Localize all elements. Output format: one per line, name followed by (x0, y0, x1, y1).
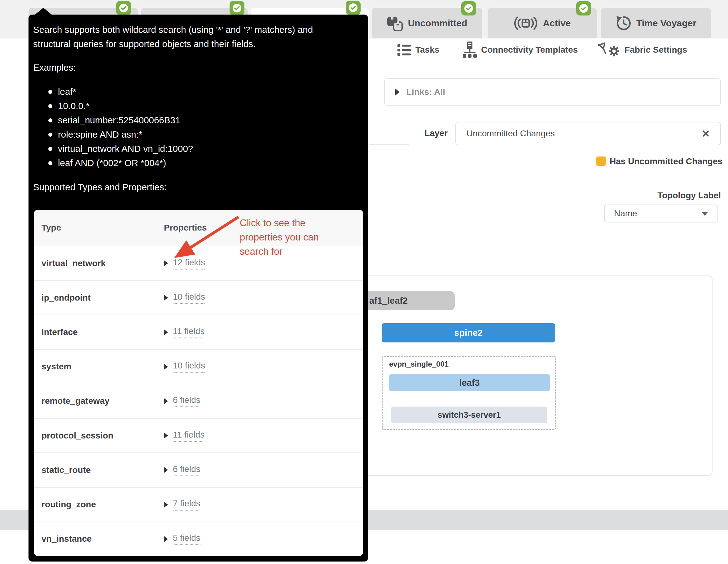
layer-select-value: Uncommitted Changes (467, 129, 702, 138)
topology-node-leaf3-label: leaf3 (459, 378, 480, 388)
topology-label-select-value: Name (614, 208, 701, 218)
tooltip-intro-text: Search supports both wildcard search (us… (33, 23, 348, 51)
table-row: system 10 fields (34, 349, 363, 384)
table-row: static_route 6 fields (34, 453, 363, 487)
topology-label-select[interactable]: Name (604, 204, 718, 222)
caret-right-icon (395, 89, 400, 95)
topology-node-switch3-server1-label: switch3-server1 (437, 410, 501, 420)
fields-link[interactable]: 10 fields (173, 361, 205, 373)
fields-link[interactable]: 7 fields (173, 499, 200, 511)
live-broadcast-icon (514, 15, 538, 31)
topology-node-spine2[interactable]: spine2 (382, 323, 555, 343)
type-name: routing_zone (42, 500, 96, 509)
caret-right-icon[interactable] (164, 467, 168, 473)
fields-link[interactable]: 6 fields (173, 395, 200, 407)
type-name: protocol_session (42, 431, 113, 441)
topology-label-title: Topology Label (597, 190, 721, 200)
caret-right-icon[interactable] (164, 501, 168, 508)
table-row: ip_endpoint 10 fields (34, 280, 363, 315)
subtab-connectivity-templates-label: Connectivity Templates (481, 45, 578, 55)
fields-link[interactable]: 10 fields (173, 292, 205, 304)
hierarchy-icon (463, 42, 477, 58)
links-filter-label: Links: All (406, 87, 445, 97)
example-item: virtual_network AND vn_id:1000? (29, 142, 193, 156)
caret-right-icon[interactable] (164, 364, 168, 370)
check-circle-icon (230, 1, 244, 15)
type-name: ip_endpoint (42, 293, 91, 303)
layer-select[interactable]: Uncommitted Changes (455, 122, 721, 145)
table-row: vn_instance 5 fields (34, 522, 363, 556)
type-name: static_route (42, 465, 91, 475)
fields-link[interactable]: 6 fields (173, 464, 200, 476)
check-circle-icon (461, 1, 476, 15)
caret-right-icon[interactable] (164, 536, 168, 542)
topology-node-switch3-server1[interactable]: switch3-server1 (391, 407, 547, 423)
tooltip-examples-list: leaf* 10.0.0.* serial_number:525400066B3… (29, 85, 193, 170)
caret-right-icon[interactable] (164, 433, 168, 439)
tooltip-supported-title: Supported Types and Properties: (33, 180, 167, 194)
type-name: system (42, 362, 72, 372)
example-item: leaf* (29, 85, 193, 99)
subtab-fabric-settings-label: Fabric Settings (625, 45, 687, 55)
history-clock-icon (615, 15, 631, 31)
type-name: remote_gateway (42, 396, 109, 406)
subtab-tasks[interactable]: Tasks (397, 38, 439, 61)
example-item: serial_number:525400066B31 (29, 113, 193, 127)
column-header-type: Type (42, 210, 61, 246)
annotation-arrow-icon (159, 200, 252, 272)
table-row: interface 11 fields (34, 315, 363, 349)
check-circle-icon (116, 1, 131, 15)
example-item: 10.0.0.* (29, 99, 193, 113)
layer-label: Layer (412, 128, 448, 138)
table-row: remote_gateway 6 fields (34, 384, 363, 418)
fields-link[interactable]: 11 fields (173, 430, 204, 442)
annotation-text: Click to see the properties you can sear… (240, 216, 347, 259)
task-list-icon (397, 44, 411, 56)
fields-link[interactable]: 11 fields (173, 326, 204, 339)
tune-gear-icon (598, 42, 620, 58)
topology-pod-label: evpn_single_001 (389, 360, 449, 369)
type-name: interface (42, 327, 78, 337)
topology-node-link-label: af1_leaf2 (369, 296, 408, 306)
caret-right-icon[interactable] (164, 398, 168, 404)
links-filter-expander[interactable]: Links: All (384, 78, 721, 106)
tab-time-voyager[interactable]: Time Voyager (601, 8, 711, 38)
topology-pod-evpn-single-001: evpn_single_001 leaf3 switch3-server1 (382, 356, 556, 430)
tooltip-caret (35, 8, 52, 15)
type-name: vn_instance (42, 534, 92, 544)
uncommitted-legend-swatch (596, 156, 606, 166)
tab-uncommitted-label: Uncommitted (408, 18, 467, 28)
topology-node-spine2-label: spine2 (454, 328, 483, 338)
stacked-blueprints-icon (387, 15, 403, 31)
table-row: routing_zone 7 fields (34, 487, 363, 522)
topology-node-leaf3[interactable]: leaf3 (389, 374, 550, 391)
x-icon[interactable] (702, 129, 710, 138)
caret-right-icon[interactable] (164, 329, 168, 335)
example-item: leaf AND (*002* OR *004*) (29, 156, 193, 170)
uncommitted-legend-label: Has Uncommitted Changes (610, 156, 722, 166)
app-root: { "colors": { "badge_green": "#77b041", … (0, 0, 728, 564)
tab-time-voyager-label: Time Voyager (636, 18, 696, 28)
hidden-tabs-underline (369, 144, 409, 145)
subtab-connectivity-templates[interactable]: Connectivity Templates (463, 38, 578, 61)
tab-active-label: Active (543, 18, 571, 28)
table-row: protocol_session 11 fields (34, 418, 363, 453)
fields-link[interactable]: 5 fields (173, 533, 200, 545)
search-help-tooltip: Search supports both wildcard search (us… (29, 15, 368, 562)
example-item: role:spine AND asn:* (29, 127, 193, 142)
caret-down-icon (701, 212, 708, 216)
tooltip-examples-title: Examples: (33, 60, 76, 75)
subtab-tasks-label: Tasks (415, 45, 439, 55)
caret-right-icon[interactable] (164, 295, 168, 301)
type-name: virtual_network (42, 258, 106, 268)
check-circle-icon (576, 1, 591, 15)
subtab-fabric-settings[interactable]: Fabric Settings (598, 38, 687, 61)
check-circle-icon (346, 1, 361, 15)
